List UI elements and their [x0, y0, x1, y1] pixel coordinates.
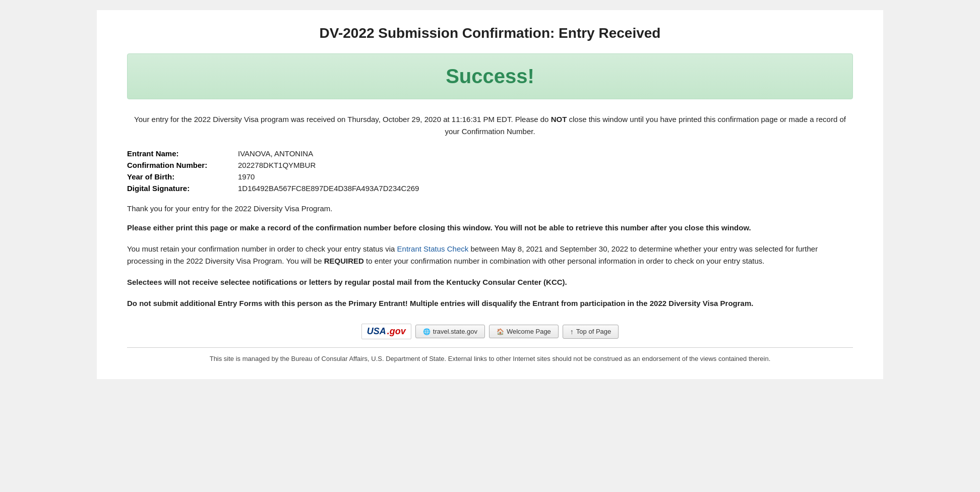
entrant-status-check-link[interactable]: Entrant Status Check: [397, 244, 469, 253]
year-of-birth-value: 1970: [238, 171, 853, 182]
table-row: Year of Birth: 1970: [127, 171, 853, 182]
info-table: Entrant Name: IVANOVA, ANTONINA Confirma…: [127, 148, 853, 194]
required-text: REQUIRED: [324, 257, 364, 265]
top-of-page-label: Top of Page: [576, 328, 611, 335]
do-not-submit-notice: Do not submit additional Entry Forms wit…: [127, 297, 853, 310]
table-row: Entrant Name: IVANOVA, ANTONINA: [127, 148, 853, 159]
welcome-page-label: Welcome Page: [507, 328, 551, 335]
footer-links: USA.gov travel.state.gov Welcome Page To…: [127, 324, 853, 339]
travel-state-gov-button[interactable]: travel.state.gov: [415, 325, 485, 338]
status-check-text-1: You must retain your confirmation number…: [127, 244, 397, 253]
usa-text: USA: [367, 326, 386, 337]
welcome-page-button[interactable]: Welcome Page: [489, 325, 559, 338]
warning-text: Please either print this page or make a …: [127, 222, 853, 234]
table-row: Confirmation Number: 202278DKT1QYMBUR: [127, 159, 853, 171]
travel-state-gov-label: travel.state.gov: [433, 328, 477, 335]
globe-icon: [423, 328, 431, 335]
selectees-notice: Selectees will not receive selectee noti…: [127, 276, 853, 288]
page-wrapper: DV-2022 Submission Confirmation: Entry R…: [97, 10, 883, 379]
table-row: Digital Signature: 1D16492BA567FC8E897DE…: [127, 182, 853, 194]
usa-dot: .gov: [387, 326, 406, 337]
confirmation-number-value: 202278DKT1QYMBUR: [238, 159, 853, 171]
footer-disclaimer: This site is managed by the Bureau of Co…: [127, 347, 853, 364]
entrant-name-label: Entrant Name:: [127, 148, 238, 159]
success-banner: Success!: [127, 53, 853, 99]
usa-gov-logo: USA.gov: [361, 324, 411, 339]
top-of-page-button[interactable]: Top of Page: [563, 325, 619, 339]
success-text: Success!: [446, 65, 534, 87]
page-title: DV-2022 Submission Confirmation: Entry R…: [127, 25, 853, 41]
status-check-text-3: to enter your confirmation number in com…: [364, 257, 765, 265]
status-check-paragraph: You must retain your confirmation number…: [127, 243, 853, 267]
digital-signature-value: 1D16492BA567FC8E897DE4D38FA493A7D234C269: [238, 182, 853, 194]
arrow-up-icon: [570, 328, 574, 336]
home-icon: [497, 328, 504, 335]
entrant-name-value: IVANOVA, ANTONINA: [238, 148, 853, 159]
digital-signature-label: Digital Signature:: [127, 182, 238, 194]
thank-you-text: Thank you for your entry for the 2022 Di…: [127, 204, 853, 213]
confirmation-number-label: Confirmation Number:: [127, 159, 238, 171]
year-of-birth-label: Year of Birth:: [127, 171, 238, 182]
intro-paragraph: Your entry for the 2022 Diversity Visa p…: [127, 113, 853, 138]
